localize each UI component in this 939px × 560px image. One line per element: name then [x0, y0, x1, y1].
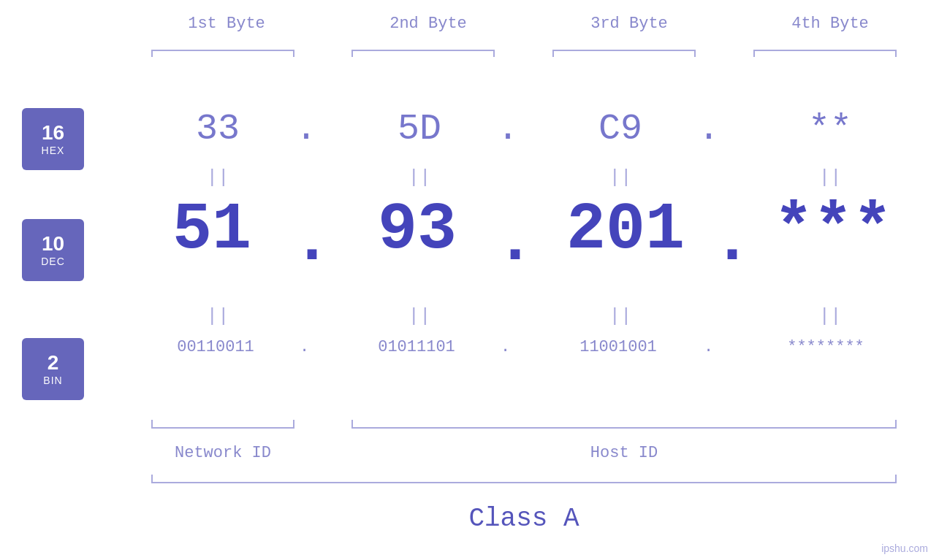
top-bracket-3 [552, 50, 696, 57]
bin-value-3: 11001001 [538, 338, 699, 356]
dec-value-1: 51 [128, 197, 296, 263]
dot-hex-2: . [497, 108, 519, 150]
dot-bin-2: . [501, 338, 510, 356]
dec-value-4: *** [745, 197, 921, 263]
bin-value-1: 00110011 [135, 338, 296, 356]
eq2-1: || [146, 305, 289, 327]
eq1-3: || [549, 166, 692, 188]
network-id-label: Network ID [151, 444, 294, 462]
top-bracket-2 [351, 50, 495, 57]
dot-dec-1: . [292, 204, 332, 279]
top-bracket-4 [753, 50, 897, 57]
eq1-1: || [146, 166, 289, 188]
bin-base-number: 2 [47, 352, 59, 375]
bottom-bracket-host [351, 420, 897, 429]
dot-bin-3: . [704, 338, 713, 356]
host-id-label: Host ID [351, 444, 897, 462]
dot-hex-1: . [295, 108, 317, 150]
hex-value-2: 5D [348, 108, 491, 150]
main-container: 1st Byte 2nd Byte 3rd Byte 4th Byte 16 H… [0, 0, 939, 560]
byte-header-2: 2nd Byte [348, 15, 509, 33]
eq1-4: || [750, 166, 911, 188]
dot-bin-1: . [300, 338, 309, 356]
byte-header-4: 4th Byte [750, 15, 911, 33]
watermark: ipshu.com [881, 542, 928, 554]
eq2-4: || [750, 305, 911, 327]
byte-header-1: 1st Byte [146, 15, 307, 33]
eq2-3: || [549, 305, 692, 327]
dot-hex-3: . [698, 108, 720, 150]
bottom-bracket-network [151, 420, 294, 429]
bin-value-4: ******** [738, 338, 913, 356]
eq1-2: || [348, 166, 491, 188]
hex-base-number: 16 [42, 122, 64, 145]
hex-base-name: HEX [42, 145, 65, 156]
dec-base-name: DEC [41, 256, 65, 267]
dec-value-2: 93 [333, 197, 501, 263]
dec-base-box: 10 DEC [22, 219, 84, 281]
top-bracket-1 [151, 50, 294, 57]
dec-value-3: 201 [531, 197, 721, 263]
bin-value-2: 01011101 [336, 338, 497, 356]
byte-header-3: 3rd Byte [549, 15, 710, 33]
bin-base-name: BIN [43, 375, 62, 386]
hex-value-1: 33 [146, 108, 289, 150]
class-label: Class A [151, 504, 897, 534]
hex-value-3: C9 [549, 108, 692, 150]
dot-dec-2: . [495, 204, 535, 279]
hex-base-box: 16 HEX [22, 108, 84, 170]
hex-value-4: ** [750, 108, 911, 150]
outer-bracket [151, 475, 897, 483]
dec-base-number: 10 [42, 233, 64, 256]
bin-base-box: 2 BIN [22, 338, 84, 400]
eq2-2: || [348, 305, 491, 327]
